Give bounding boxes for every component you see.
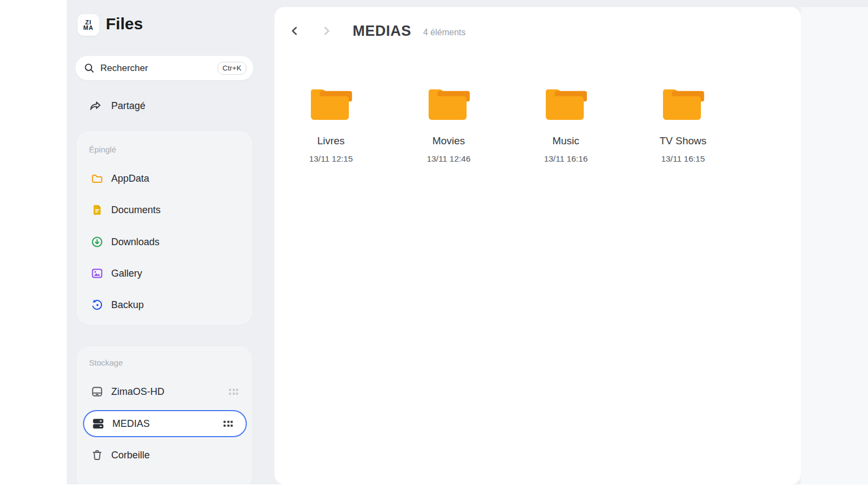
sidebar-item-backup[interactable]: Backup — [91, 296, 144, 314]
sidebar-item-trash[interactable]: Corbeille — [91, 446, 239, 464]
sidebar-item-documents[interactable]: Documents — [91, 201, 161, 219]
folder-modified-date: 13/11 12:15 — [309, 154, 353, 164]
folder-name: Livres — [317, 135, 345, 147]
folder-icon — [659, 84, 707, 121]
folder-tile-livres[interactable]: Livres 13/11 12:15 — [285, 84, 377, 164]
storage-section: Stockage ZimaOS-HD MEDIAS — [76, 346, 253, 484]
sidebar-item-zimaos-hd[interactable]: ZimaOS-HD — [91, 382, 239, 401]
folder-tile-movies[interactable]: Movies 13/11 12:46 — [403, 84, 495, 164]
sidebar-item-gallery[interactable]: Gallery — [91, 264, 142, 283]
search-input[interactable] — [100, 63, 212, 74]
item-count: 4 éléments — [423, 25, 465, 37]
folder-icon — [425, 84, 473, 121]
sync-restore-icon — [91, 298, 104, 311]
back-button[interactable] — [288, 24, 301, 37]
sidebar-item-label: MEDIAS — [112, 418, 150, 430]
sidebar-item-medias-selected[interactable]: MEDIAS — [83, 410, 247, 437]
image-icon — [91, 267, 104, 280]
share-arrow-icon — [88, 99, 103, 113]
zima-logo-icon: ZI MA — [78, 14, 99, 36]
storage-stack-icon — [92, 417, 105, 430]
chevron-right-icon — [322, 26, 331, 36]
hard-drive-icon — [91, 385, 104, 398]
drive-options-grid-icon[interactable] — [229, 389, 238, 395]
folder-modified-date: 13/11 16:15 — [661, 154, 705, 164]
folder-icon — [307, 84, 355, 121]
drive-options-grid-icon[interactable] — [224, 421, 233, 427]
search-bar[interactable]: Ctr+K — [75, 56, 253, 80]
folder-modified-date: 13/11 16:16 — [544, 154, 588, 164]
folder-modified-date: 13/11 12:46 — [427, 154, 471, 164]
sidebar-item-label: Backup — [111, 299, 144, 311]
sidebar-item-appdata[interactable]: AppData — [91, 169, 149, 188]
sidebar-item-shared[interactable]: Partagé — [88, 98, 145, 114]
folder-tile-tv-shows[interactable]: TV Shows 13/11 16:15 — [637, 84, 729, 164]
app-title: Files — [106, 15, 143, 33]
document-icon — [91, 203, 104, 216]
logo-text-bottom: MA — [83, 25, 93, 31]
current-folder-title: MEDIAS — [353, 23, 411, 40]
sidebar-item-downloads[interactable]: Downloads — [91, 233, 159, 251]
folder-icon — [542, 84, 590, 121]
download-circle-icon — [91, 235, 104, 248]
chevron-left-icon — [290, 26, 299, 36]
folder-name: Movies — [432, 135, 465, 147]
folder-name: Music — [552, 135, 579, 147]
keyboard-shortcut-badge: Ctr+K — [218, 62, 246, 75]
sidebar-item-label: AppData — [111, 173, 149, 184]
sidebar-item-label: Documents — [111, 204, 161, 216]
sidebar-item-label: Downloads — [111, 236, 159, 248]
forward-button[interactable] — [320, 24, 333, 37]
shared-label: Partagé — [111, 100, 145, 112]
search-icon — [84, 62, 95, 74]
folder-tile-music[interactable]: Music 13/11 16:16 — [520, 84, 612, 164]
right-margin-strip — [801, 7, 868, 484]
pinned-header: Épinglé — [89, 145, 116, 154]
storage-header: Stockage — [89, 358, 123, 367]
folder-outline-icon — [91, 172, 104, 185]
sidebar-item-label: ZimaOS-HD — [111, 386, 164, 398]
content-panel: MEDIAS 4 éléments Livres 13/11 12:15 Mov… — [275, 7, 801, 484]
file-manager-window: ZI MA Files Ctr+K Partagé Épinglé AppDat… — [67, 0, 868, 484]
sidebar-item-label: Gallery — [111, 268, 142, 279]
folder-name: TV Shows — [660, 135, 707, 147]
sidebar-item-label: Corbeille — [111, 450, 150, 461]
pinned-section: Épinglé AppData Documents Downloads — [76, 130, 253, 325]
content-header: MEDIAS 4 éléments — [282, 22, 465, 40]
trash-icon — [91, 449, 104, 462]
